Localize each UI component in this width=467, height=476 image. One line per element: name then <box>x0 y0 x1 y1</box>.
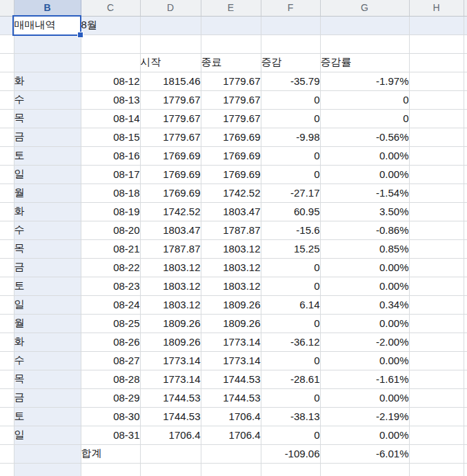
rate-cell[interactable]: 0.00% <box>320 388 409 407</box>
header-start[interactable]: 시작 <box>140 53 201 72</box>
cell-h[interactable] <box>409 407 464 426</box>
cell-a[interactable] <box>0 109 14 128</box>
start-cell[interactable]: 1744.53 <box>140 388 201 407</box>
rate-cell[interactable]: -0.86% <box>320 221 409 239</box>
cell-i[interactable] <box>464 128 467 146</box>
rate-cell[interactable]: 0 <box>320 109 409 128</box>
cell-e-total[interactable] <box>201 444 261 463</box>
end-cell[interactable]: 1809.26 <box>201 314 261 333</box>
cell-d1[interactable] <box>140 16 201 34</box>
change-cell[interactable]: 0 <box>261 165 320 184</box>
cell-h-bottom[interactable] <box>409 463 464 476</box>
end-cell[interactable]: 1803.47 <box>201 202 261 221</box>
end-cell[interactable]: 1744.53 <box>201 388 261 407</box>
cell-h1[interactable] <box>409 16 464 34</box>
cell-h3[interactable] <box>409 53 464 72</box>
change-cell[interactable]: 0 <box>261 146 320 165</box>
cell-a[interactable] <box>0 128 14 146</box>
start-cell[interactable]: 1779.67 <box>140 109 201 128</box>
cell-a[interactable] <box>0 90 14 109</box>
cell-h[interactable] <box>409 90 464 109</box>
cell-i[interactable] <box>464 109 467 128</box>
cell-h[interactable] <box>409 109 464 128</box>
cell-i[interactable] <box>464 221 467 239</box>
date-cell[interactable]: 08-27 <box>81 351 140 370</box>
start-cell[interactable]: 1773.14 <box>140 351 201 370</box>
cell-h[interactable] <box>409 388 464 407</box>
date-cell[interactable]: 08-29 <box>81 388 140 407</box>
day-cell[interactable]: 수 <box>14 221 81 239</box>
cell-b-bottom[interactable] <box>14 463 81 476</box>
day-cell[interactable]: 금 <box>14 258 81 277</box>
start-cell[interactable]: 1769.69 <box>140 146 201 165</box>
date-cell[interactable]: 08-30 <box>81 407 140 426</box>
day-cell[interactable]: 토 <box>14 407 81 426</box>
cell-h[interactable] <box>409 221 464 239</box>
date-cell[interactable]: 08-28 <box>81 370 140 388</box>
date-cell[interactable]: 08-22 <box>81 258 140 277</box>
day-cell[interactable]: 일 <box>14 165 81 184</box>
cell-a[interactable] <box>0 146 14 165</box>
cell-i[interactable] <box>464 426 467 444</box>
total-change-cell[interactable]: -109.06 <box>261 444 320 463</box>
cell-h[interactable] <box>409 295 464 314</box>
cell-d-total[interactable] <box>140 444 201 463</box>
rate-cell[interactable]: 0.34% <box>320 295 409 314</box>
cell-h[interactable] <box>409 370 464 388</box>
start-cell[interactable]: 1779.67 <box>140 128 201 146</box>
cell-i[interactable] <box>464 314 467 333</box>
cell-g1[interactable] <box>320 16 409 34</box>
day-cell[interactable]: 화 <box>14 202 81 221</box>
start-cell[interactable]: 1809.26 <box>140 333 201 351</box>
cell-a[interactable] <box>0 165 14 184</box>
cell-i1[interactable] <box>464 16 467 34</box>
cell-a[interactable] <box>0 407 14 426</box>
cell-h[interactable] <box>409 351 464 370</box>
date-cell[interactable]: 08-12 <box>81 72 140 90</box>
day-cell[interactable]: 화 <box>14 72 81 90</box>
cell-h[interactable] <box>409 426 464 444</box>
day-cell[interactable]: 목 <box>14 109 81 128</box>
end-cell[interactable]: 1769.69 <box>201 146 261 165</box>
end-cell[interactable]: 1803.12 <box>201 258 261 277</box>
end-cell[interactable]: 1706.4 <box>201 407 261 426</box>
cell-d2[interactable] <box>140 34 201 53</box>
rate-cell[interactable]: -1.54% <box>320 184 409 202</box>
end-cell[interactable]: 1779.67 <box>201 109 261 128</box>
rate-cell[interactable]: -1.61% <box>320 370 409 388</box>
date-cell[interactable]: 08-13 <box>81 90 140 109</box>
start-cell[interactable]: 1769.69 <box>140 165 201 184</box>
date-cell[interactable]: 08-18 <box>81 184 140 202</box>
day-cell[interactable]: 월 <box>14 184 81 202</box>
cell-a[interactable] <box>0 426 14 444</box>
cell-h2[interactable] <box>409 34 464 53</box>
cell-a[interactable] <box>0 388 14 407</box>
header-change[interactable]: 증감 <box>261 53 320 72</box>
cell-a[interactable] <box>0 239 14 258</box>
end-cell[interactable]: 1744.53 <box>201 370 261 388</box>
cell-a-bottom[interactable] <box>0 463 14 476</box>
change-cell[interactable]: 0 <box>261 258 320 277</box>
cell-i[interactable] <box>464 90 467 109</box>
start-cell[interactable]: 1744.53 <box>140 407 201 426</box>
change-cell[interactable]: -15.6 <box>261 221 320 239</box>
date-cell[interactable]: 08-14 <box>81 109 140 128</box>
header-rate[interactable]: 증감률 <box>320 53 409 72</box>
cell-i[interactable] <box>464 202 467 221</box>
cell-a[interactable] <box>0 277 14 295</box>
cell-e1[interactable] <box>201 16 261 34</box>
cell-h-total[interactable] <box>409 444 464 463</box>
cell-c3[interactable] <box>81 53 140 72</box>
start-cell[interactable]: 1803.12 <box>140 277 201 295</box>
column-header-b[interactable]: B <box>14 0 81 16</box>
column-header-d[interactable]: D <box>140 0 201 16</box>
rate-cell[interactable]: 0.00% <box>320 426 409 444</box>
cell-a[interactable] <box>0 295 14 314</box>
column-header-a[interactable] <box>0 0 14 16</box>
total-label-cell[interactable]: 합계 <box>81 444 140 463</box>
rate-cell[interactable]: 0.00% <box>320 314 409 333</box>
cell-i3[interactable] <box>464 53 467 72</box>
change-cell[interactable]: 0 <box>261 351 320 370</box>
day-cell[interactable]: 화 <box>14 333 81 351</box>
start-cell[interactable]: 1706.4 <box>140 426 201 444</box>
